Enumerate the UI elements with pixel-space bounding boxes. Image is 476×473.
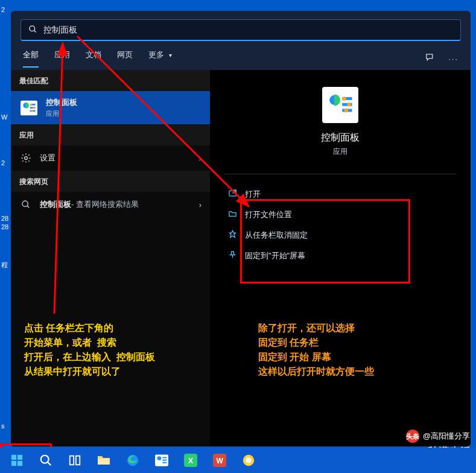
search-input[interactable]: 控制面板 <box>21 19 461 41</box>
taskbar-app-yellow[interactable] <box>235 449 262 471</box>
section-apps: 应用 <box>11 124 210 145</box>
control-panel-icon-large <box>322 87 358 123</box>
taskbar-control-panel[interactable] <box>148 449 175 471</box>
open-icon <box>227 189 238 200</box>
search-button[interactable] <box>33 449 59 471</box>
section-web: 搜索网页 <box>11 171 210 192</box>
tab-docs[interactable]: 文档 <box>86 49 101 68</box>
taskbar-edge[interactable] <box>119 449 146 471</box>
result-title: 设置 <box>40 153 56 163</box>
svg-rect-31 <box>76 456 80 465</box>
svg-rect-32 <box>98 459 110 465</box>
svg-line-1 <box>34 30 36 32</box>
action-label: 打开 <box>245 189 261 200</box>
svg-line-12 <box>27 206 29 208</box>
results-list: 最佳匹配 控制面板 应用 应用 设置 › 搜索网页 <box>11 70 210 446</box>
edge-text: 2 <box>1 6 5 13</box>
taskbar-explorer[interactable] <box>90 449 117 471</box>
result-suffix: - 查看网络搜索结果 <box>71 199 139 210</box>
tab-apps[interactable]: 应用 <box>54 49 70 68</box>
tab-web[interactable]: 网页 <box>117 49 133 68</box>
tab-more[interactable]: 更多 ▾ <box>148 49 172 68</box>
svg-rect-24 <box>11 455 16 460</box>
edge-text: 程 <box>1 261 8 270</box>
action-label: 打开文件位置 <box>245 209 292 220</box>
annotation-left-text: 点击 任务栏左下角的 开始菜单，或者 搜索 打开后，在上边输入 控制面板 从结果… <box>24 321 155 379</box>
edge-text: 28 <box>1 223 8 230</box>
edge-text: s <box>1 422 5 430</box>
svg-point-9 <box>31 110 34 112</box>
svg-point-19 <box>347 103 351 107</box>
chevron-right-icon: › <box>199 154 202 163</box>
result-title: 控制面板 <box>46 97 77 108</box>
annotation-right-text: 除了打开，还可以选择 固定到 任务栏 固定到 开始 屏幕 这样以后打开时就方便一… <box>258 321 374 379</box>
svg-line-29 <box>48 462 51 465</box>
taskbar-app-green[interactable]: X <box>177 449 204 471</box>
svg-rect-38 <box>162 462 167 463</box>
taskbar-app-red[interactable]: W <box>206 449 233 471</box>
attribution-badge: 头条 <box>406 430 419 443</box>
tab-all[interactable]: 全部 <box>23 49 39 68</box>
chevron-right-icon: › <box>199 200 202 209</box>
desktop-edge: 2 W 2 28 28 程 s <box>0 0 12 473</box>
divider <box>224 174 456 174</box>
svg-point-10 <box>25 157 28 160</box>
result-subtitle: 应用 <box>46 109 77 118</box>
attribution: 头条 @高阳懂分享 <box>406 430 470 443</box>
action-open[interactable]: 打开 <box>210 184 471 205</box>
search-icon <box>28 25 37 36</box>
result-best-control-panel[interactable]: 控制面板 应用 <box>11 91 210 124</box>
folder-icon <box>227 209 238 220</box>
pin-icon <box>227 250 238 261</box>
feedback-icon[interactable] <box>425 52 435 65</box>
svg-rect-37 <box>162 460 167 461</box>
svg-point-20 <box>344 109 349 113</box>
svg-rect-30 <box>70 456 74 465</box>
result-web-search[interactable]: 控制面板 - 查看网络搜索结果 › <box>11 192 210 217</box>
svg-rect-36 <box>162 457 167 459</box>
detail-subtitle: 应用 <box>333 147 347 157</box>
svg-point-11 <box>22 201 28 206</box>
svg-point-7 <box>30 103 33 106</box>
svg-point-35 <box>157 456 161 460</box>
windows-search-panel: 控制面板 全部 应用 文档 网页 更多 ▾ ··· 最佳匹配 控制面板 <box>11 11 471 446</box>
tab-more-label: 更多 <box>148 50 164 59</box>
filter-tab-row: 全部 应用 文档 网页 更多 ▾ ··· <box>11 47 471 70</box>
svg-text:W: W <box>216 457 223 465</box>
svg-point-44 <box>246 457 251 463</box>
result-detail-pane: 控制面板 应用 打开 打开文件位置 <box>210 70 471 446</box>
svg-point-0 <box>30 25 35 31</box>
more-options-icon[interactable]: ··· <box>448 54 459 63</box>
search-row: 控制面板 <box>11 11 471 47</box>
edge-text: 2 <box>1 159 5 167</box>
section-best-match: 最佳匹配 <box>11 70 210 91</box>
svg-point-18 <box>342 97 346 101</box>
action-list: 打开 打开文件位置 从任务栏取消固定 <box>210 180 471 270</box>
svg-text:X: X <box>188 456 194 465</box>
result-title: 控制面板 <box>40 199 71 210</box>
svg-point-8 <box>33 106 35 109</box>
action-label: 从任务栏取消固定 <box>245 230 308 241</box>
gear-icon <box>19 151 33 165</box>
result-settings[interactable]: 设置 › <box>11 145 210 171</box>
action-open-file-location[interactable]: 打开文件位置 <box>210 205 471 225</box>
attribution-author: @高阳懂分享 <box>423 431 470 442</box>
edge-text: W <box>1 113 7 121</box>
unpin-icon <box>227 230 238 241</box>
chevron-down-icon: ▾ <box>169 52 172 59</box>
edge-text: 28 <box>1 215 8 222</box>
action-label: 固定到"开始"屏幕 <box>245 250 305 261</box>
svg-rect-26 <box>11 461 16 466</box>
search-query-text: 控制面板 <box>43 25 77 36</box>
control-panel-icon <box>19 98 39 118</box>
action-pin-start[interactable]: 固定到"开始"屏幕 <box>210 246 471 266</box>
svg-rect-25 <box>17 455 22 460</box>
taskbar: X W <box>0 448 476 473</box>
start-button[interactable] <box>4 449 30 471</box>
svg-point-28 <box>41 456 49 463</box>
attribution-badge-label: 头条 <box>406 432 419 441</box>
results-main: 最佳匹配 控制面板 应用 应用 设置 › 搜索网页 <box>11 70 471 446</box>
task-view-button[interactable] <box>62 449 88 471</box>
search-icon <box>19 198 33 211</box>
action-unpin-taskbar[interactable]: 从任务栏取消固定 <box>210 225 471 246</box>
